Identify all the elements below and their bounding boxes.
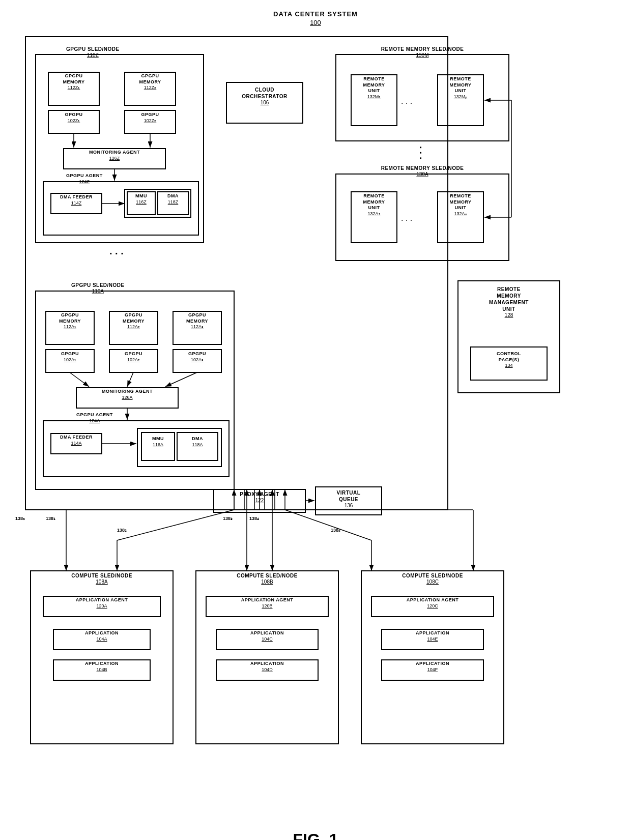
app-104b: APPLICATION 104B — [54, 661, 150, 672]
monitoring-agent-a: MONITORING AGENT 126A — [77, 389, 178, 400]
control-pages: CONTROLPAGE(S) 134 — [471, 351, 547, 368]
app-104d: APPLICATION 104D — [217, 661, 318, 672]
conn-138-6: 138₆ — [15, 516, 25, 521]
app-104f: APPLICATION 104F — [382, 661, 483, 672]
gpgpu-mem-z2: GPGPUMEMORY 112Z₂ — [125, 73, 175, 90]
remote-mem-mgmt: REMOTEMEMORYMANAGEMENTUNIT 128 — [458, 286, 559, 318]
gpgpu-z1: GPGPU 102Z₁ — [49, 112, 99, 123]
app-agent-a: APPLICATION AGENT 120A — [44, 597, 160, 609]
svg-rect-82 — [361, 571, 504, 744]
ellipsis-mem-m: . . . — [401, 97, 412, 106]
gpgpu-mem-z1: GPGPUMEMORY 112Z₁ — [49, 73, 99, 90]
compute-sled-c-label: COMPUTE SLED/NODE 108C — [361, 572, 504, 585]
gpgpu-agent-z-label: GPGPU AGENT 124Z — [66, 173, 103, 184]
svg-rect-24 — [43, 421, 229, 477]
diagram-ref: 100 — [15, 19, 616, 26]
ellipsis-mem-a: . . . — [401, 214, 412, 223]
cloud-orchestrator: CLOUDORCHESTRATOR 106 — [227, 86, 302, 105]
gpgpu-agent-a-label: GPGPU AGENT 124A — [76, 412, 113, 423]
conn-138-3: 138₃ — [223, 516, 233, 521]
gpgpu-sled-z-label: GPGPU SLED/NODE 110Z — [66, 46, 120, 58]
main-area: GPGPU SLED/NODE 110Z GPGPUMEMORY 112Z₁ G… — [15, 32, 616, 825]
remote-mem-sled-m-label: REMOTE MEMORY SLED/NODE 130M — [336, 46, 509, 58]
svg-rect-7 — [43, 182, 198, 235]
svg-line-64 — [117, 510, 234, 540]
gpgpu-sled-a-label: GPGPU SLED/NODE 110A — [71, 282, 125, 294]
dma-z: DMA 118Z — [158, 193, 188, 205]
dma-feeder-z: DMA FEEDER 114Z — [51, 194, 101, 206]
gpgpu-z2: GPGPU 102Z₂ — [125, 112, 175, 123]
gpgpu-mem-a3: GPGPUMEMORY 112A₃ — [174, 312, 221, 329]
app-104a: APPLICATION 104A — [54, 630, 150, 642]
gpgpu-a1: GPGPU 102A₁ — [46, 351, 94, 362]
conn-138-2: 138₂ — [117, 528, 127, 533]
conn-138-1: 138₁ — [46, 516, 55, 521]
remote-mem-unit-an: REMOTEMEMORYUNIT 132Aₙ — [438, 193, 483, 216]
gpgpu-mem-a1: GPGPUMEMORY 112A₁ — [46, 312, 94, 329]
remote-mem-unit-a1: REMOTEMEMORYUNIT 132A₁ — [352, 193, 396, 216]
gpgpu-a2: GPGPU 102A₂ — [110, 351, 157, 362]
svg-line-31 — [127, 372, 133, 387]
monitoring-agent-z: MONITORING AGENT 126Z — [64, 150, 165, 161]
svg-rect-38 — [336, 174, 509, 260]
svg-line-30 — [70, 372, 89, 387]
compute-sled-a-label: COMPUTE SLED/NODE 108A — [31, 572, 173, 585]
svg-rect-26 — [137, 428, 221, 467]
dma-feeder-a: DMA FEEDER 114A — [51, 435, 101, 446]
dma-a: DMA 118A — [178, 436, 217, 447]
ellipsis-sleds: ... — [417, 146, 429, 162]
conn-138-4: 138₄ — [249, 516, 259, 521]
remote-mem-unit-m1: REMOTEMEMORYUNIT 132M₁ — [352, 76, 396, 99]
svg-rect-78 — [196, 571, 338, 744]
gpgpu-a3: GPGPU 102A₃ — [174, 351, 221, 362]
diagram-title: DATA CENTER SYSTEM — [15, 10, 616, 18]
compute-sled-b-label: COMPUTE SLED/NODE 108B — [196, 572, 338, 585]
fig-label: FIG. 1 — [15, 830, 616, 840]
app-104c: APPLICATION 104C — [217, 630, 318, 642]
app-104e: APPLICATION 104E — [382, 630, 483, 642]
app-agent-c: APPLICATION AGENT 120C — [372, 597, 493, 609]
virtual-queue: VIRTUALQUEUE 136 — [316, 489, 381, 508]
conn-138-5: 138₅ — [331, 528, 340, 533]
ellipsis-gpgpu: . . . — [109, 245, 124, 257]
svg-line-70 — [285, 510, 371, 540]
svg-line-32 — [165, 372, 197, 387]
gpgpu-mem-a2: GPGPUMEMORY 112A₂ — [110, 312, 157, 329]
mmu-a: MMU 116A — [142, 436, 174, 447]
remote-mem-unit-mp: REMOTEMEMORYUNIT 132Mₚ — [438, 76, 483, 99]
svg-rect-74 — [31, 571, 173, 744]
app-agent-b: APPLICATION AGENT 120B — [207, 597, 328, 609]
proxy-agent: PROXY AGENT 122 — [214, 491, 305, 503]
diagram-container: DATA CENTER SYSTEM 100 — [15, 10, 616, 840]
mmu-z: MMU 116Z — [128, 193, 155, 205]
remote-mem-sled-a-label: REMOTE MEMORY SLED/NODE 130A — [336, 165, 509, 177]
